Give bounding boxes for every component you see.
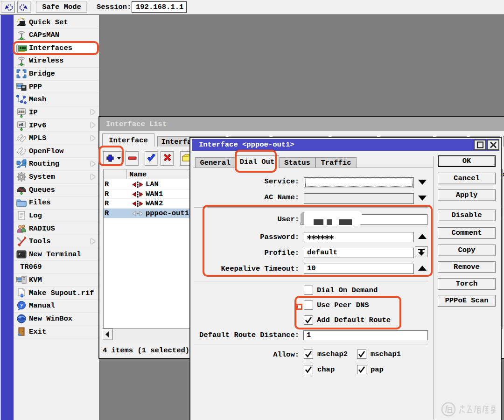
- svg-text:255: 255: [18, 110, 25, 114]
- svg-text:v6: v6: [19, 122, 23, 127]
- svg-text:?: ?: [20, 302, 23, 309]
